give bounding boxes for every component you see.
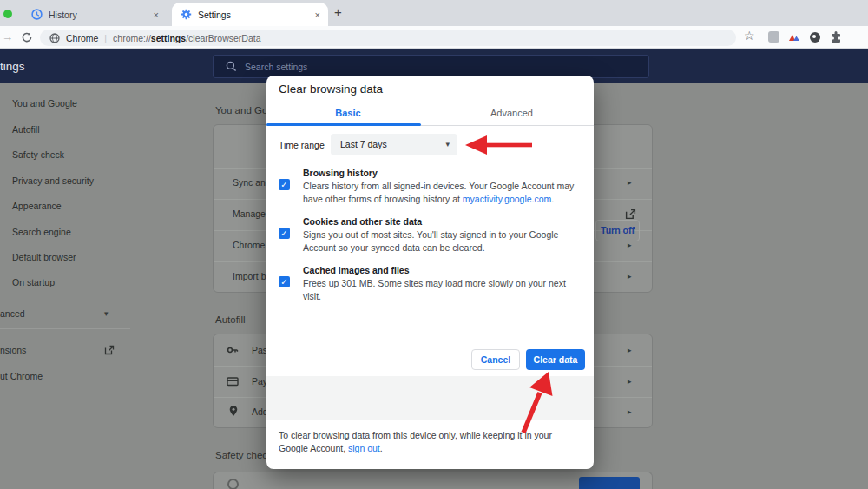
dialog-footer-band bbox=[266, 376, 594, 420]
item-desc-browsing-history: Clears history from all signed-in device… bbox=[303, 180, 579, 205]
gear-icon bbox=[181, 9, 192, 20]
sidebar-item-advanced[interactable]: anced bbox=[0, 308, 25, 319]
safety-shield-icon bbox=[227, 479, 239, 489]
item-title-cookies: Cookies and other site data bbox=[303, 216, 422, 227]
sign-out-link[interactable]: sign out bbox=[348, 443, 380, 453]
checkbox-cookies[interactable]: ✓ bbox=[279, 228, 290, 239]
item-desc-cookies: Signs you out of most sites. You'll stay… bbox=[303, 228, 579, 254]
item-desc-cached-files: Frees up 301 MB. Some sites may load mor… bbox=[303, 277, 579, 302]
screenshot-root: History × Settings × + → Chrome | chrome… bbox=[0, 0, 868, 489]
history-icon bbox=[31, 9, 43, 20]
footer-divider bbox=[279, 420, 582, 420]
row-import-bookmarks[interactable]: Import bo bbox=[233, 271, 271, 281]
search-icon bbox=[226, 61, 237, 72]
search-placeholder: Search settings bbox=[245, 62, 307, 72]
browser-toolbar: → Chrome | chrome://settings/clearBrowse… bbox=[0, 26, 868, 49]
browser-tab-strip: History × Settings × + bbox=[0, 0, 868, 26]
tab-history[interactable]: History × bbox=[23, 3, 167, 26]
chevron-down-icon: ▾ bbox=[445, 134, 450, 155]
time-range-dropdown[interactable]: Last 7 days ▾ bbox=[331, 134, 457, 155]
sidebar-item-extensions[interactable]: nsions bbox=[0, 345, 26, 355]
sidebar-item-default-browser[interactable]: Default browser bbox=[12, 252, 76, 262]
chevron-down-icon: ▾ bbox=[104, 309, 108, 318]
section-title-safety-check: Safety check bbox=[215, 450, 273, 460]
sidebar-item-you-and-google[interactable]: You and Google bbox=[12, 98, 77, 109]
sidebar-divider bbox=[0, 328, 130, 329]
key-icon bbox=[227, 344, 239, 360]
url-text: chrome://settings/clearBrowserData bbox=[113, 33, 260, 43]
sidebar-item-on-startup[interactable]: On startup bbox=[12, 277, 55, 287]
forward-icon[interactable]: → bbox=[2, 31, 13, 43]
settings-page-title: tings bbox=[0, 60, 25, 73]
tab-title: History bbox=[49, 10, 154, 20]
item-title-browsing-history: Browsing history bbox=[303, 168, 378, 178]
extension-icon-3[interactable] bbox=[810, 32, 820, 43]
external-link-icon bbox=[625, 208, 636, 223]
chevron-right-icon: ▸ bbox=[628, 407, 632, 416]
reload-icon[interactable] bbox=[21, 31, 33, 47]
chevron-right-icon: ▸ bbox=[628, 346, 632, 354]
checkbox-browsing-history[interactable]: ✓ bbox=[279, 179, 290, 190]
check-now-button-partial[interactable] bbox=[579, 477, 640, 489]
row-addresses[interactable]: Add bbox=[252, 406, 268, 417]
extensions-puzzle-icon[interactable] bbox=[830, 31, 842, 47]
external-link-icon bbox=[104, 343, 115, 359]
sidebar-item-search-engine[interactable]: Search engine bbox=[12, 227, 71, 237]
clear-browsing-data-dialog: Clear browsing data Basic Advanced Time … bbox=[266, 76, 594, 469]
myactivity-link[interactable]: myactivity.google.com bbox=[463, 194, 552, 204]
search-settings-input[interactable]: Search settings bbox=[213, 55, 649, 78]
site-info-icon[interactable] bbox=[49, 33, 60, 43]
clear-data-button[interactable]: Clear data bbox=[526, 349, 585, 370]
chevron-right-icon: ▸ bbox=[628, 178, 632, 187]
sidebar-item-appearance[interactable]: Appearance bbox=[12, 201, 62, 211]
sidebar-item-safety-check[interactable]: Safety check bbox=[12, 149, 64, 160]
sidebar-item-autofill[interactable]: Autofill bbox=[12, 124, 40, 135]
site-label: Chrome bbox=[66, 33, 98, 43]
section-title-you-and-google: You and Goo bbox=[215, 105, 273, 116]
dialog-tab-basic[interactable]: Basic bbox=[266, 102, 430, 125]
url-separator: | bbox=[104, 33, 107, 43]
time-range-label: Time range bbox=[279, 140, 325, 150]
chevron-right-icon: ▸ bbox=[628, 377, 632, 386]
row-passwords[interactable]: Pas bbox=[252, 345, 267, 355]
chevron-right-icon: ▸ bbox=[628, 272, 632, 281]
close-icon[interactable]: × bbox=[315, 10, 320, 20]
item-title-cached-files: Cached images and files bbox=[303, 265, 410, 275]
dialog-tab-advanced[interactable]: Advanced bbox=[430, 102, 594, 125]
window-control-green[interactable] bbox=[3, 10, 12, 18]
dialog-title: Clear browsing data bbox=[279, 83, 383, 96]
new-tab-button[interactable]: + bbox=[334, 4, 342, 19]
credit-card-icon bbox=[227, 375, 239, 391]
section-title-autofill: Autofill bbox=[215, 314, 246, 325]
extension-icon-2[interactable] bbox=[788, 31, 800, 47]
chevron-right-icon: ▸ bbox=[628, 241, 632, 249]
row-payment-methods[interactable]: Pay bbox=[252, 376, 267, 387]
footer-note: To clear browsing data from this device … bbox=[279, 429, 574, 455]
sidebar-item-about-chrome[interactable]: ut Chrome bbox=[0, 371, 43, 381]
location-pin-icon bbox=[228, 405, 239, 420]
checkbox-cached-files[interactable]: ✓ bbox=[279, 276, 290, 287]
sidebar-item-privacy-and-security[interactable]: Privacy and security bbox=[12, 175, 94, 186]
close-icon[interactable]: × bbox=[154, 10, 159, 20]
cancel-button[interactable]: Cancel bbox=[471, 349, 520, 370]
address-bar[interactable]: Chrome | chrome://settings/clearBrowserD… bbox=[40, 30, 736, 46]
extension-icon-1[interactable] bbox=[768, 31, 779, 43]
bookmark-star-icon[interactable]: ☆ bbox=[744, 30, 755, 42]
tab-title: Settings bbox=[198, 10, 315, 20]
time-range-value: Last 7 days bbox=[340, 134, 387, 155]
active-tab-underline bbox=[266, 123, 421, 126]
tab-settings[interactable]: Settings × bbox=[172, 3, 328, 26]
